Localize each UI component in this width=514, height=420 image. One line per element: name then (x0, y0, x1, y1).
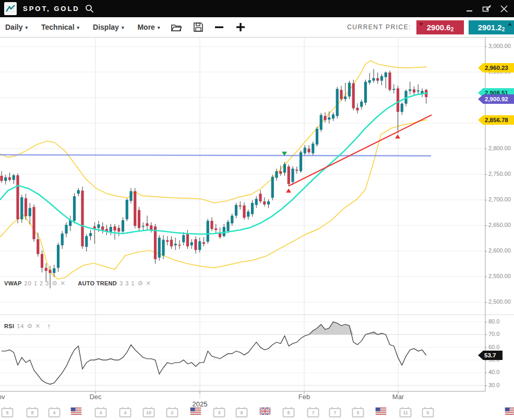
month-label: Dec (89, 393, 101, 401)
rsi-remove-icon[interactable]: ✕ (35, 323, 40, 329)
rsi-indicator-label: RSI (4, 323, 14, 329)
calendar-event-icon: 6 (283, 408, 295, 417)
price-tag: 2,900.92 (478, 94, 514, 104)
calendar-event-icon: 5 (352, 408, 364, 417)
close-icon[interactable] (499, 4, 509, 14)
price-axis-label: 2,600.00 (488, 247, 511, 254)
us-flag-icon (376, 407, 387, 415)
rsi-axis-tick (485, 373, 487, 373)
calendar-event-icon: 8 (27, 408, 39, 417)
menu-display-label: Display (93, 23, 119, 31)
menu-daily[interactable]: Daily ▾ (5, 23, 28, 31)
price-axis-label: 2,750.00 (488, 171, 511, 177)
popout-window-icon[interactable] (482, 4, 492, 14)
month-label: Nov (0, 393, 5, 401)
rsi-settings-gear-icon[interactable]: ⚙ (27, 323, 33, 329)
vwap-indicator-label: VWAP (4, 280, 22, 286)
open-folder-icon[interactable] (171, 23, 182, 32)
rsi-pane (2, 322, 426, 385)
vwap-remove-icon[interactable]: ✕ (60, 280, 65, 286)
calendar-event-icon: 5 (422, 408, 434, 417)
price-axis-tick (485, 225, 487, 226)
ask-price-box[interactable]: 2901.22 (469, 20, 514, 34)
menu-technical-label: Technical (41, 23, 75, 31)
search-icon[interactable] (85, 4, 94, 13)
chart-window: SPOT, GOLD (0, 0, 514, 420)
price-axis-tick (485, 277, 487, 277)
price-axis-label: 2,650.00 (488, 222, 511, 228)
month-label: Mar (392, 393, 404, 401)
calendar-event-icon: 9 (236, 408, 248, 417)
rsi-axis-label: 30.0 (488, 382, 499, 388)
autotrend-settings-gear-icon[interactable]: ⚙ (138, 280, 144, 286)
price-chart-canvas[interactable] (0, 0, 514, 420)
price-axis-tick (485, 149, 487, 149)
price-axis-label: 2,800.00 (488, 145, 511, 151)
autotrend-indicator-params: 3 3 1 (119, 280, 135, 286)
bid-price: 2900.6 (427, 23, 451, 32)
menu-more-label: More (137, 23, 154, 31)
rsi-axis-label: 40.0 (488, 369, 499, 375)
chevron-down-icon: ▾ (77, 25, 80, 30)
gridlines (0, 38, 485, 400)
vwap-settings-gear-icon[interactable]: ⚙ (52, 280, 57, 286)
price-axis-label: 2,700.00 (488, 196, 511, 202)
calendar-event-icon: 4 (95, 408, 107, 417)
trend-markers (282, 134, 400, 193)
app-logo-icon (4, 2, 17, 15)
price-axis-label: 3,000.00 (488, 43, 511, 49)
chevron-down-icon: ▾ (158, 25, 160, 30)
plot-area (0, 61, 432, 384)
rsi-move-up-icon[interactable]: ↑ (47, 322, 51, 330)
title-bar: SPOT, GOLD (0, 0, 514, 17)
uk-flag-icon (260, 407, 271, 415)
zoom-out-icon[interactable] (214, 22, 224, 32)
calendar-event-icon: 4 (49, 408, 61, 417)
price-axis-label: 2,500.00 (488, 298, 511, 305)
chevron-down-icon: ▾ (122, 25, 124, 30)
menu-technical[interactable]: Technical ▾ (41, 23, 79, 31)
us-flag-icon (505, 407, 514, 415)
rsi-axis-label: 70.0 (488, 331, 499, 337)
autotrend-remove-icon[interactable]: ✕ (146, 280, 151, 286)
calendar-event-icon: 2 (166, 408, 178, 417)
price-tag: 53.7 (478, 351, 503, 360)
save-icon[interactable] (194, 22, 203, 32)
rsi-line (2, 322, 426, 385)
year-label: 2025 (193, 400, 208, 408)
ask-price-pip: 2 (502, 27, 505, 32)
price-axis-tick (485, 200, 487, 200)
bid-price-pip: 2 (451, 27, 454, 32)
calendar-event-icon: 3 (213, 408, 225, 417)
us-flag-icon (190, 407, 201, 415)
horizontal-support-line (0, 155, 431, 156)
rsi-axis-label: 60.0 (488, 344, 499, 350)
rsi-axis-tick (485, 360, 487, 361)
rsi-indicator-row: RSI 14 ⚙ ✕ ↑ (4, 322, 51, 330)
toolbar: Daily ▾ Technical ▾ Display ▾ More ▾ (0, 17, 514, 38)
candlestick-series (0, 69, 427, 288)
rsi-indicator-params: 14 (17, 323, 24, 329)
bid-price-box[interactable]: 2900.62 (416, 20, 464, 34)
auto-trend-line (289, 115, 432, 186)
vwap-indicator-params: 20 1 2 3 (25, 280, 50, 286)
vwap-bands (0, 61, 427, 279)
menu-display[interactable]: Display ▾ (93, 23, 124, 31)
rsi-axis-tick (485, 386, 487, 386)
calendar-event-icon: 11 (400, 408, 412, 417)
price-axis-tick (485, 251, 487, 251)
minimize-icon[interactable] (465, 4, 474, 14)
price-axis-tick (485, 46, 487, 47)
calendar-event-icon: 7 (307, 408, 319, 417)
price-tag: 2,856.78 (478, 115, 514, 125)
autotrend-indicator-label: AUTO TREND (78, 280, 117, 286)
menu-more[interactable]: More ▾ (137, 23, 160, 31)
price-axis-tick (485, 174, 487, 175)
current-price-label: CURRENT PRICE: (347, 23, 411, 31)
calendar-event-icon: 7 (329, 408, 341, 417)
vwap-line (0, 93, 428, 234)
symbol-title: SPOT, GOLD (23, 5, 80, 13)
calendar-event-icon: 10 (143, 408, 155, 417)
zoom-in-icon[interactable] (235, 22, 246, 32)
rsi-axis-tick (485, 334, 487, 335)
